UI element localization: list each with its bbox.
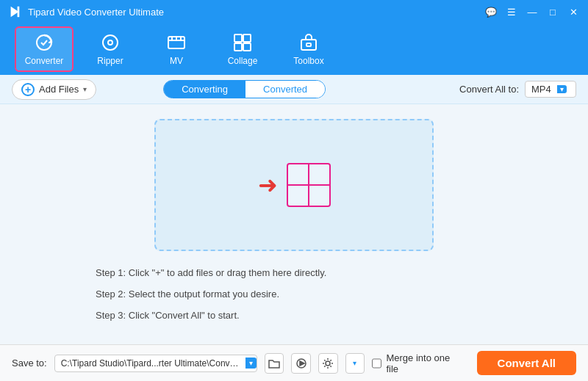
add-files-label: Add Files	[39, 84, 79, 95]
svg-rect-1	[18, 7, 20, 17]
mv-label: MV	[170, 56, 183, 66]
svg-rect-13	[243, 43, 251, 51]
toolbar-ripper[interactable]: Ripper	[81, 26, 140, 72]
save-path-arrow-icon: ▾	[245, 358, 257, 369]
svg-marker-17	[300, 361, 304, 366]
maximize-button[interactable]: □	[545, 4, 560, 19]
svg-rect-14	[301, 40, 316, 50]
instructions: Step 1: Click "+" to add files or drag t…	[96, 266, 492, 329]
toolbar-toolbox[interactable]: Toolbox	[279, 26, 338, 72]
close-button[interactable]: ✕	[566, 4, 581, 19]
svg-rect-15	[306, 43, 311, 46]
convert-all-to-label: Convert All to:	[459, 84, 519, 95]
merge-into-one-label: Merge into one file	[372, 352, 460, 374]
add-plus-icon[interactable]	[287, 163, 331, 207]
folder-icon-button[interactable]	[265, 353, 284, 374]
collage-label: Collage	[228, 56, 258, 66]
instruction-2: Step 2: Select the output format you des…	[96, 287, 492, 302]
app-title: Tipard Video Converter Ultimate	[28, 7, 484, 18]
instruction-1: Step 1: Click "+" to add files or drag t…	[96, 266, 492, 281]
add-files-plus-icon: +	[21, 83, 35, 96]
format-dropdown[interactable]: MP4 ▾	[525, 81, 576, 98]
add-files-button[interactable]: + Add Files ▾	[12, 79, 96, 100]
window-controls: 💬 ☰ — □ ✕	[484, 4, 581, 19]
add-files-arrow-icon: ▾	[83, 85, 87, 93]
drop-zone[interactable]: ➜	[154, 119, 434, 251]
convert-all-to: Convert All to: MP4 ▾	[459, 81, 576, 98]
svg-rect-10	[234, 35, 242, 42]
menu-icon[interactable]: ☰	[504, 4, 519, 19]
converter-label: Converter	[25, 56, 64, 66]
toolbar-mv[interactable]: MV	[147, 26, 206, 72]
preview-icon-button[interactable]	[291, 353, 311, 374]
bottom-bar: Save to: C:\Tipard Studio\Tipard...rter …	[0, 344, 588, 381]
format-value: MP4	[531, 84, 551, 95]
app-logo	[7, 4, 22, 19]
tab-converting[interactable]: Converting	[164, 81, 245, 98]
svg-point-4	[108, 40, 112, 45]
format-arrow-icon: ▾	[557, 85, 567, 93]
svg-rect-12	[234, 43, 242, 51]
svg-point-18	[326, 361, 330, 366]
convert-all-button[interactable]: Convert All	[477, 351, 576, 375]
tab-converted[interactable]: Converted	[245, 81, 325, 98]
svg-rect-11	[243, 35, 251, 42]
save-to-label: Save to:	[12, 358, 47, 369]
settings-icon-button[interactable]	[318, 353, 338, 374]
toolbox-label: Toolbox	[293, 56, 323, 66]
chat-icon[interactable]: 💬	[484, 4, 498, 19]
save-path-dropdown[interactable]: C:\Tipard Studio\Tipard...rter Ultimate\…	[54, 355, 257, 372]
tab-group: Converting Converted	[163, 80, 326, 98]
main-toolbar: Converter Ripper MV Collage	[0, 23, 588, 75]
merge-checkbox[interactable]	[372, 358, 381, 369]
merge-label-text: Merge into one file	[386, 352, 460, 374]
sub-toolbar: + Add Files ▾ Converting Converted Conve…	[0, 75, 588, 104]
arrow-icon-button[interactable]: ▾	[345, 353, 365, 374]
svg-point-3	[103, 35, 118, 50]
toolbar-collage[interactable]: Collage	[213, 26, 272, 72]
instruction-3: Step 3: Click "Convert All" to start.	[96, 308, 492, 324]
arrow-right-icon: ➜	[258, 171, 278, 199]
minimize-button[interactable]: —	[525, 4, 539, 19]
main-content: ➜ Step 1: Click "+" to add files or drag…	[0, 104, 588, 344]
toolbar-converter[interactable]: Converter	[15, 26, 74, 72]
ripper-label: Ripper	[97, 56, 123, 66]
save-path-value: C:\Tipard Studio\Tipard...rter Ultimate\…	[61, 358, 240, 369]
title-bar: Tipard Video Converter Ultimate 💬 ☰ — □ …	[0, 0, 588, 23]
